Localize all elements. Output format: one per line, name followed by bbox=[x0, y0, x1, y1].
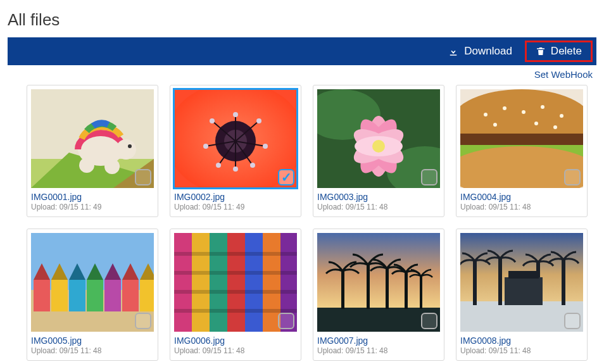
select-checkbox[interactable]: ✓ bbox=[135, 313, 151, 329]
file-name[interactable]: IMG0008.jpg bbox=[460, 336, 583, 346]
select-checkbox[interactable]: ✓ bbox=[421, 169, 437, 185]
file-card[interactable]: ✓IMG0001.jpgUpload: 09/15 11: 49 bbox=[27, 85, 158, 217]
svg-point-5 bbox=[116, 139, 136, 160]
select-checkbox[interactable]: ✓ bbox=[135, 169, 151, 185]
svg-rect-90 bbox=[498, 258, 502, 305]
file-name[interactable]: IMG0006.jpg bbox=[174, 336, 297, 346]
svg-rect-79 bbox=[174, 309, 297, 313]
svg-rect-72 bbox=[227, 233, 245, 332]
file-card[interactable]: ✓IMG0005.jpgUpload: 09/15 11: 48 bbox=[27, 229, 158, 361]
select-checkbox[interactable]: ✓ bbox=[564, 313, 581, 329]
svg-point-51 bbox=[553, 125, 557, 129]
download-label: Download bbox=[464, 45, 512, 58]
file-thumbnail[interactable]: ✓ bbox=[31, 233, 154, 332]
page-title: All files bbox=[8, 10, 596, 30]
file-upload-time: Upload: 09/15 11: 48 bbox=[460, 203, 583, 211]
svg-rect-77 bbox=[174, 271, 297, 275]
svg-point-45 bbox=[503, 106, 506, 110]
download-icon bbox=[448, 46, 459, 57]
svg-rect-57 bbox=[51, 280, 68, 311]
svg-rect-86 bbox=[420, 276, 422, 309]
select-checkbox[interactable]: ✓ bbox=[564, 169, 581, 185]
svg-rect-65 bbox=[122, 280, 139, 311]
file-upload-time: Upload: 09/15 11: 48 bbox=[31, 346, 154, 355]
file-upload-time: Upload: 09/15 11: 48 bbox=[317, 203, 440, 211]
svg-rect-82 bbox=[341, 271, 344, 309]
svg-rect-59 bbox=[69, 280, 85, 311]
svg-rect-70 bbox=[192, 233, 210, 332]
svg-point-25 bbox=[216, 163, 221, 168]
svg-point-49 bbox=[493, 123, 497, 127]
file-upload-time: Upload: 09/15 11: 48 bbox=[317, 346, 440, 355]
svg-point-44 bbox=[484, 113, 488, 116]
select-checkbox[interactable]: ✓ bbox=[421, 313, 437, 329]
svg-rect-84 bbox=[386, 268, 389, 309]
svg-rect-63 bbox=[104, 280, 121, 311]
svg-rect-71 bbox=[210, 233, 227, 332]
svg-point-50 bbox=[534, 122, 538, 125]
svg-point-28 bbox=[233, 166, 238, 172]
svg-point-24 bbox=[263, 144, 268, 149]
file-name[interactable]: IMG0004.jpg bbox=[460, 192, 583, 202]
file-thumbnail[interactable]: ✓ bbox=[31, 89, 154, 188]
file-upload-time: Upload: 09/15 11: 48 bbox=[460, 346, 583, 355]
svg-rect-93 bbox=[505, 277, 543, 305]
svg-rect-78 bbox=[174, 290, 297, 294]
svg-rect-73 bbox=[245, 233, 263, 332]
file-grid: ✓IMG0001.jpgUpload: 09/15 11: 49 ✓IMG000… bbox=[8, 82, 596, 364]
svg-point-38 bbox=[372, 140, 385, 153]
sub-toolbar: Set WebHook bbox=[8, 65, 596, 82]
svg-point-48 bbox=[560, 114, 563, 118]
svg-rect-61 bbox=[87, 280, 103, 311]
file-upload-time: Upload: 09/15 11: 49 bbox=[31, 203, 154, 211]
svg-point-26 bbox=[250, 163, 255, 168]
download-button[interactable]: Download bbox=[440, 41, 520, 62]
svg-rect-89 bbox=[473, 261, 477, 305]
trash-icon bbox=[536, 46, 546, 57]
file-card[interactable]: ✓IMG0006.jpgUpload: 09/15 11: 48 bbox=[170, 229, 301, 361]
svg-point-47 bbox=[541, 105, 544, 109]
set-webhook-link[interactable]: Set WebHook bbox=[534, 69, 593, 80]
file-name[interactable]: IMG0001.jpg bbox=[31, 192, 154, 202]
svg-point-6 bbox=[128, 144, 132, 148]
svg-rect-92 bbox=[562, 260, 565, 305]
svg-rect-94 bbox=[508, 271, 539, 279]
file-name[interactable]: IMG0003.jpg bbox=[317, 192, 440, 202]
svg-point-46 bbox=[522, 110, 525, 114]
svg-rect-55 bbox=[34, 280, 50, 311]
file-upload-time: Upload: 09/15 11: 49 bbox=[174, 203, 297, 211]
svg-point-8 bbox=[104, 159, 120, 174]
svg-rect-69 bbox=[174, 233, 192, 332]
select-checkbox[interactable]: ✓ bbox=[278, 169, 294, 185]
file-card[interactable]: ✓IMG0004.jpgUpload: 09/15 11: 48 bbox=[456, 85, 588, 217]
file-thumbnail[interactable]: ✓ bbox=[174, 89, 297, 188]
file-thumbnail[interactable]: ✓ bbox=[317, 89, 440, 188]
file-thumbnail[interactable]: ✓ bbox=[460, 89, 583, 188]
delete-button[interactable]: Delete bbox=[525, 41, 593, 62]
file-name[interactable]: IMG0002.jpg bbox=[174, 192, 297, 202]
file-thumbnail[interactable]: ✓ bbox=[460, 233, 583, 332]
action-toolbar: Download Delete bbox=[8, 37, 596, 65]
file-card[interactable]: ✓IMG0002.jpgUpload: 09/15 11: 49 bbox=[170, 85, 301, 217]
svg-point-21 bbox=[210, 118, 215, 123]
file-thumbnail[interactable]: ✓ bbox=[317, 233, 440, 332]
svg-rect-41 bbox=[460, 134, 583, 146]
select-checkbox[interactable]: ✓ bbox=[278, 313, 294, 329]
file-name[interactable]: IMG0005.jpg bbox=[31, 336, 154, 346]
svg-rect-83 bbox=[367, 265, 370, 309]
svg-point-23 bbox=[203, 144, 208, 149]
delete-label: Delete bbox=[551, 45, 582, 58]
file-upload-time: Upload: 09/15 11: 48 bbox=[174, 346, 297, 355]
svg-rect-76 bbox=[174, 252, 297, 256]
file-card[interactable]: ✓IMG0007.jpgUpload: 09/15 11: 48 bbox=[313, 229, 444, 361]
check-icon: ✓ bbox=[281, 171, 292, 184]
file-card[interactable]: ✓IMG0003.jpgUpload: 09/15 11: 48 bbox=[313, 85, 444, 217]
file-thumbnail[interactable]: ✓ bbox=[174, 233, 297, 332]
svg-rect-85 bbox=[405, 272, 408, 309]
file-name[interactable]: IMG0007.jpg bbox=[317, 336, 440, 346]
svg-point-7 bbox=[79, 158, 94, 173]
file-card[interactable]: ✓IMG0008.jpgUpload: 09/15 11: 48 bbox=[456, 229, 588, 361]
svg-point-27 bbox=[233, 112, 238, 117]
svg-rect-67 bbox=[140, 280, 154, 311]
svg-point-22 bbox=[256, 118, 261, 123]
